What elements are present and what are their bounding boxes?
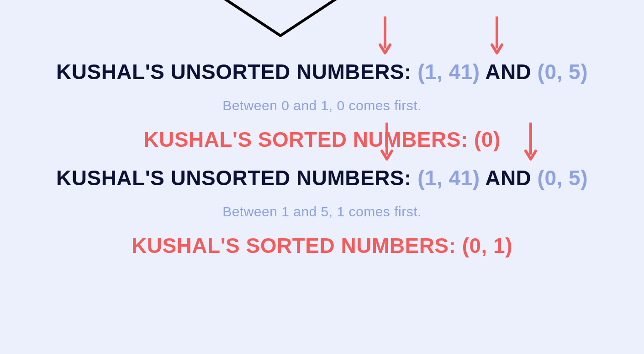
explain-2: Between 1 and 5, 1 comes first. (0, 204, 644, 220)
and-word: AND (480, 60, 538, 84)
sorted-numbers-2: KUSHAL'S SORTED NUMBERS: (0, 1) (0, 233, 644, 258)
unsorted-label: KUSHAL'S UNSORTED NUMBERS: (56, 60, 417, 84)
tuple-2b: (0, 5) (538, 166, 588, 190)
unsorted-label: KUSHAL'S UNSORTED NUMBERS: (56, 166, 417, 190)
and-word: AND (480, 166, 538, 190)
sorted-numbers-1: KUSHAL'S SORTED NUMBERS: (0) (0, 127, 644, 152)
arrow-down-icon (379, 16, 391, 55)
step-1: KUSHAL'S UNSORTED NUMBERS: (1, 41) AND (… (0, 59, 644, 152)
tuple-1a: (1, 41) (417, 60, 480, 84)
unsorted-numbers-2: KUSHAL'S UNSORTED NUMBERS: (1, 41) AND (… (56, 166, 588, 190)
unsorted-numbers-1: KUSHAL'S UNSORTED NUMBERS: (1, 41) AND (… (56, 59, 588, 84)
step-2: KUSHAL'S UNSORTED NUMBERS: (1, 41) AND (… (0, 166, 644, 258)
tuple-1b: (0, 5) (538, 60, 588, 84)
tuple-2a: (1, 41) (417, 166, 480, 190)
arrow-down-icon (491, 16, 503, 55)
diagram-content: KUSHAL'S UNSORTED NUMBERS: (1, 41) AND (… (0, 0, 644, 272)
explain-1: Between 0 and 1, 0 comes first. (0, 98, 644, 113)
